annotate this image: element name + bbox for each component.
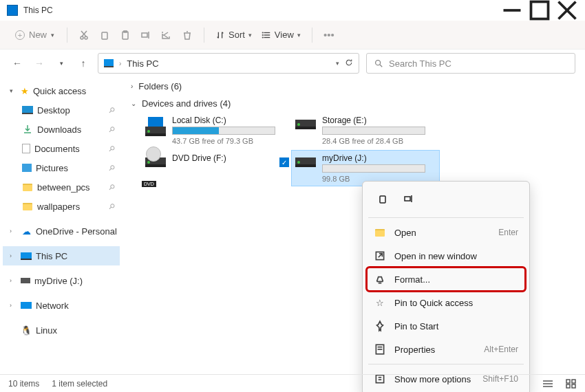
search-box[interactable]: Search This PC — [366, 53, 575, 74]
separator — [368, 364, 524, 364]
svg-rect-23 — [405, 197, 410, 201]
windows-drive-icon — [145, 116, 167, 133]
share-icon[interactable] — [157, 25, 176, 45]
context-menu: OpenEnter Open in new window Format... ☆… — [362, 181, 530, 392]
star-icon: ★ — [21, 86, 29, 96]
svg-rect-8 — [102, 32, 107, 39]
drive-icon — [21, 278, 30, 283]
sidebar-item-desktop[interactable]: Desktop⚲ — [3, 100, 120, 120]
titlebar: This PC — [0, 0, 585, 21]
dvd-icon: DVD — [145, 153, 167, 171]
rename-icon[interactable] — [136, 25, 156, 45]
ctx-format[interactable]: Format... — [367, 268, 525, 291]
sidebar-mydrive[interactable]: ›myDrive (J:) — [3, 271, 120, 290]
nav-row: ← → ▾ ↑ › This PC ▾ Search This PC — [0, 50, 585, 77]
sidebar-item-between-pcs[interactable]: between_pcs⚲ — [3, 177, 120, 197]
refresh-button[interactable] — [345, 58, 353, 69]
paste-icon[interactable] — [116, 25, 135, 45]
view-button[interactable]: View▾ — [257, 27, 305, 43]
svg-rect-1 — [531, 2, 549, 19]
ctx-properties[interactable]: PropertiesAlt+Enter — [367, 338, 525, 361]
separator — [204, 28, 204, 43]
pictures-icon — [22, 164, 32, 172]
sidebar-onedrive[interactable]: ›☁OneDrive - Personal — [3, 221, 120, 241]
svg-point-5 — [85, 36, 87, 39]
drive-local-disk-c[interactable]: Local Disk (C:)43.7 GB free of 79.3 GB — [142, 113, 289, 148]
drive-dvd-f[interactable]: DVD DVD Drive (F:) — [142, 151, 289, 186]
sidebar-item-downloads[interactable]: Downloads⚲ — [3, 120, 120, 139]
svg-point-18 — [262, 34, 263, 35]
search-icon — [374, 58, 383, 68]
pin-icon: ⚲ — [107, 182, 117, 193]
app-icon — [7, 5, 18, 16]
folder-icon — [22, 182, 33, 192]
address-bar[interactable]: › This PC ▾ — [98, 53, 359, 74]
status-bar: 10 items 1 item selected — [0, 374, 585, 392]
pc-icon — [104, 59, 114, 67]
delete-icon[interactable] — [178, 25, 197, 45]
maximize-button[interactable] — [526, 0, 553, 21]
forward-button[interactable]: → — [32, 56, 47, 71]
svg-rect-35 — [566, 380, 570, 383]
hdd-icon — [295, 153, 317, 171]
svg-point-20 — [376, 61, 381, 65]
back-button[interactable]: ← — [10, 56, 25, 71]
svg-line-6 — [82, 31, 87, 36]
pin-icon: ⚲ — [107, 163, 117, 173]
star-icon: ☆ — [374, 298, 386, 308]
icon-view-button[interactable] — [566, 379, 577, 389]
folder-open-icon — [374, 229, 386, 237]
close-button[interactable] — [553, 0, 581, 21]
ctx-pin-start[interactable]: Pin to Start — [367, 314, 525, 338]
pc-icon — [21, 252, 32, 260]
pin-icon — [374, 320, 386, 332]
pin-icon: ⚲ — [107, 105, 117, 116]
minimize-button[interactable] — [498, 0, 526, 21]
properties-icon — [374, 343, 386, 356]
checkbox-checked-icon[interactable]: ✓ — [279, 157, 289, 167]
svg-point-17 — [262, 32, 263, 33]
svg-rect-37 — [566, 384, 570, 388]
sidebar-linux[interactable]: ›🐧Linux — [3, 320, 120, 340]
ctx-pin-quick[interactable]: ☆Pin to Quick access — [367, 291, 525, 314]
pin-icon: ⚲ — [107, 202, 117, 212]
ctx-rename-button[interactable] — [398, 188, 419, 209]
ctx-open[interactable]: OpenEnter — [367, 221, 525, 244]
sidebar-this-pc[interactable]: ›This PC — [3, 246, 120, 265]
drive-storage-e[interactable]: Storage (E:)28.4 GB free of 28.4 GB — [292, 113, 439, 148]
sort-button[interactable]: Sort▾ — [211, 27, 256, 43]
svg-rect-22 — [380, 196, 385, 203]
svg-line-21 — [380, 65, 383, 67]
status-count: 10 items — [8, 379, 39, 389]
desktop-icon — [22, 106, 33, 114]
sidebar-quick-access[interactable]: ▾★Quick access — [3, 81, 120, 100]
format-icon — [374, 273, 386, 285]
sidebar-item-wallpapers[interactable]: wallpapers⚲ — [3, 197, 120, 216]
pin-icon: ⚲ — [107, 124, 117, 135]
pin-icon: ⚲ — [107, 144, 117, 154]
recent-button[interactable]: ▾ — [54, 56, 69, 71]
svg-point-4 — [81, 36, 83, 39]
up-button[interactable]: ↑ — [76, 56, 91, 71]
copy-icon[interactable] — [95, 25, 114, 45]
address-dropdown[interactable]: ▾ — [336, 60, 339, 67]
breadcrumb-location[interactable]: This PC — [127, 58, 158, 69]
separator — [312, 28, 312, 43]
more-icon[interactable]: ••• — [319, 25, 339, 45]
svg-line-7 — [81, 31, 86, 36]
search-placeholder: Search This PC — [389, 58, 451, 69]
ctx-open-new-window[interactable]: Open in new window — [367, 244, 525, 268]
new-button[interactable]: +New▾ — [10, 27, 60, 43]
cut-icon[interactable] — [74, 25, 94, 45]
sidebar-item-pictures[interactable]: Pictures⚲ — [3, 158, 120, 177]
group-drives[interactable]: ⌄Devices and drives (4) — [125, 96, 582, 113]
group-folders[interactable]: ›Folders (6) — [125, 78, 582, 96]
window-title: This PC — [23, 6, 498, 15]
sidebar-network[interactable]: ›Network — [3, 296, 120, 315]
onedrive-icon: ☁ — [21, 226, 32, 236]
documents-icon — [22, 144, 30, 153]
breadcrumb-sep: › — [119, 60, 121, 67]
sidebar-item-documents[interactable]: Documents⚲ — [3, 139, 120, 158]
ctx-copy-button[interactable] — [372, 188, 393, 209]
details-view-button[interactable] — [542, 379, 553, 389]
